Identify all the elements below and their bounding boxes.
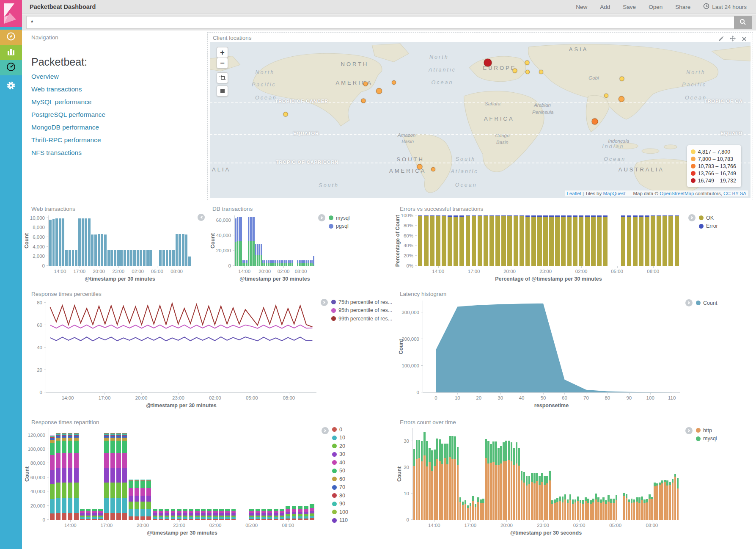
client-location-dot[interactable] [361, 98, 366, 103]
bar-segment[interactable] [543, 215, 548, 217]
bar-segment[interactable] [159, 517, 163, 519]
bar-segment[interactable] [62, 483, 66, 498]
bar-segment[interactable] [268, 260, 269, 263]
bar-segment[interactable] [280, 516, 284, 517]
bar[interactable] [143, 250, 146, 266]
line-series[interactable] [50, 337, 313, 341]
bar-segment[interactable] [544, 476, 546, 485]
bar-segment[interactable] [591, 215, 596, 217]
bar-segment[interactable] [256, 509, 260, 511]
bar-segment[interactable] [536, 481, 538, 520]
bar-segment[interactable] [674, 474, 676, 477]
bar-segment[interactable] [482, 503, 484, 520]
bar-segment[interactable] [159, 516, 163, 517]
bar-segment[interactable] [559, 501, 561, 520]
bar-segment[interactable] [446, 464, 448, 520]
bar-segment[interactable] [556, 498, 558, 502]
bar-segment[interactable] [135, 496, 139, 501]
bar-segment[interactable] [448, 215, 452, 217]
bar-segment[interactable] [116, 441, 121, 453]
bar-segment[interactable] [116, 498, 121, 513]
bar-segment[interactable] [183, 519, 187, 520]
bar-segment[interactable] [256, 511, 260, 513]
bar-segment[interactable] [656, 483, 658, 486]
legend-item[interactable]: 10 [332, 434, 348, 442]
bar-segment[interactable] [116, 436, 121, 437]
bar-segment[interactable] [98, 511, 103, 513]
bar-segment[interactable] [304, 260, 305, 263]
bar[interactable] [176, 234, 178, 266]
line-series[interactable] [50, 303, 313, 327]
bar-segment[interactable] [472, 496, 474, 501]
bar-segment[interactable] [189, 513, 194, 515]
bar-segment[interactable] [418, 440, 421, 458]
bar-segment[interactable] [579, 215, 584, 217]
bar-segment[interactable] [500, 463, 502, 520]
bar-segment[interactable] [441, 444, 443, 464]
bar-segment[interactable] [495, 465, 497, 520]
bar-segment[interactable] [153, 517, 157, 519]
bar-segment[interactable] [418, 216, 423, 266]
bar-segment[interactable] [135, 480, 139, 480]
bar-segment[interactable] [561, 215, 566, 217]
bar-segment[interactable] [300, 260, 302, 263]
bar-segment[interactable] [423, 432, 426, 455]
nav-link-nfs[interactable]: NFS transactions [31, 149, 82, 157]
bar-segment[interactable] [246, 263, 247, 266]
bar-segment[interactable] [498, 448, 500, 466]
bar-segment[interactable] [669, 485, 671, 520]
bar-segment[interactable] [256, 517, 260, 519]
bar-segment[interactable] [467, 508, 469, 520]
bar-segment[interactable] [638, 503, 641, 520]
bar-segment[interactable] [537, 215, 542, 217]
bar-segment[interactable] [68, 498, 73, 513]
bar-segment[interactable] [280, 260, 282, 263]
bar-segment[interactable] [567, 499, 569, 503]
bar-segment[interactable] [495, 441, 497, 465]
bar-segment[interactable] [518, 448, 520, 466]
bar-segment[interactable] [250, 241, 251, 266]
bar-segment[interactable] [240, 217, 242, 242]
bar-segment[interactable] [274, 513, 278, 515]
bar-segment[interactable] [664, 482, 666, 520]
bar-segment[interactable] [110, 498, 115, 513]
bar[interactable] [88, 218, 91, 266]
bar-segment[interactable] [277, 260, 278, 263]
bar-segment[interactable] [50, 513, 55, 520]
bar-segment[interactable] [577, 501, 579, 520]
bar-segment[interactable] [235, 242, 236, 266]
bar-segment[interactable] [292, 509, 297, 512]
bar-segment[interactable] [436, 216, 440, 266]
bar-segment[interactable] [255, 255, 256, 266]
legend-item[interactable]: 60 [332, 475, 348, 483]
bar-segment[interactable] [641, 500, 643, 520]
nav-link-mongodb[interactable]: MongoDB performance [31, 124, 99, 131]
bar[interactable] [82, 218, 84, 266]
client-location-dot[interactable] [417, 164, 422, 170]
bar-segment[interactable] [677, 488, 679, 520]
bar-segment[interactable] [280, 263, 282, 266]
bar-segment[interactable] [666, 480, 668, 486]
bar-segment[interactable] [62, 513, 66, 520]
bar-segment[interactable] [539, 476, 541, 485]
bar-segment[interactable] [56, 434, 60, 435]
bar-segment[interactable] [104, 438, 109, 441]
bar-segment[interactable] [528, 484, 531, 520]
bar-segment[interactable] [266, 263, 267, 266]
bar-segment[interactable] [80, 516, 85, 517]
bar-segment[interactable] [62, 438, 66, 441]
bar-segment[interactable] [80, 517, 85, 519]
bar-segment[interactable] [302, 263, 303, 266]
bar-segment[interactable] [110, 441, 115, 453]
bar-segment[interactable] [480, 499, 482, 503]
bar-segment[interactable] [454, 436, 456, 459]
bar-segment[interactable] [292, 514, 297, 516]
bar-segment[interactable] [140, 481, 145, 488]
bar-segment[interactable] [511, 442, 513, 461]
bar-segment[interactable] [261, 511, 266, 513]
bar-segment[interactable] [153, 509, 157, 511]
bar-segment[interactable] [304, 516, 308, 519]
bar-segment[interactable] [258, 244, 260, 255]
bar-segment[interactable] [546, 483, 548, 520]
bar-segment[interactable] [264, 260, 265, 263]
